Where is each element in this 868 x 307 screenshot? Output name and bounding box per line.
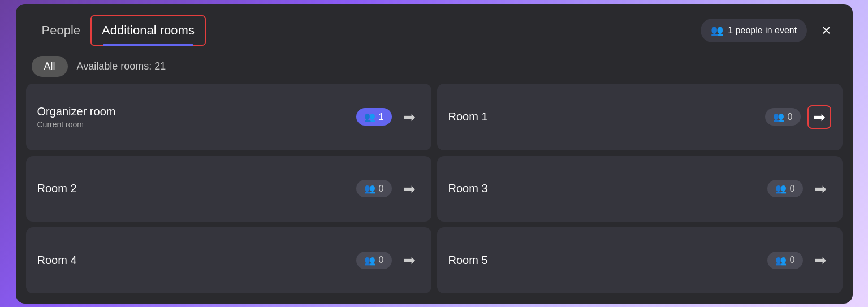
people-badge-room4: 👥0 xyxy=(356,252,392,269)
room-info-organizer: Organizer roomCurrent room xyxy=(37,105,349,129)
tab-additional-rooms[interactable]: Additional rooms xyxy=(90,15,206,46)
people-badge-icon-room4: 👥 xyxy=(364,255,375,266)
people-badge-icon-organizer: 👥 xyxy=(364,111,375,122)
room-card-room3: Room 3👥0➡ xyxy=(437,156,843,222)
people-count-icon: 👥 xyxy=(711,24,723,37)
people-count-button[interactable]: 👥 1 people in event xyxy=(701,19,807,42)
people-badge-room1: 👥0 xyxy=(765,108,801,126)
people-badge-count-organizer: 1 xyxy=(379,112,384,122)
room-card-room4: Room 4👥0➡ xyxy=(26,227,431,293)
room-name-room1: Room 1 xyxy=(448,110,758,123)
join-button-room1[interactable]: ➡ xyxy=(807,105,831,129)
filter-all-button[interactable]: All xyxy=(32,56,68,77)
close-button[interactable]: × xyxy=(816,19,836,42)
people-badge-room2: 👥0 xyxy=(356,180,392,197)
people-badge-organizer: 👥1 xyxy=(356,108,392,126)
people-badge-icon-room5: 👥 xyxy=(775,255,787,266)
people-badge-count-room3: 0 xyxy=(790,184,795,194)
room-card-room5: Room 5👥0➡ xyxy=(437,227,843,293)
join-button-organizer[interactable]: ➡ xyxy=(399,106,420,128)
people-badge-count-room5: 0 xyxy=(790,255,795,265)
room-info-room3: Room 3 xyxy=(448,182,761,195)
room-info-room2: Room 2 xyxy=(37,182,349,195)
room-name-room2: Room 2 xyxy=(37,182,349,195)
rooms-grid: Organizer roomCurrent room👥1➡Room 1👥0➡Ro… xyxy=(16,84,853,304)
people-badge-count-room4: 0 xyxy=(379,255,384,265)
room-name-room3: Room 3 xyxy=(448,182,761,195)
people-count-label: 1 people in event xyxy=(728,25,797,36)
modal: People Additional rooms 👥 1 people in ev… xyxy=(16,4,853,304)
join-button-room5[interactable]: ➡ xyxy=(810,249,831,271)
people-badge-icon-room1: 👥 xyxy=(773,111,784,122)
join-button-room4[interactable]: ➡ xyxy=(399,249,420,271)
header-right: 👥 1 people in event × xyxy=(701,19,836,42)
room-card-room2: Room 2👥0➡ xyxy=(26,156,431,222)
room-name-organizer: Organizer room xyxy=(37,105,349,118)
people-badge-room3: 👥0 xyxy=(767,180,803,197)
people-badge-count-room2: 0 xyxy=(379,184,384,194)
filter-row: All Available rooms: 21 xyxy=(16,46,853,84)
room-info-room4: Room 4 xyxy=(37,254,349,267)
available-rooms-label: Available rooms: 21 xyxy=(77,60,166,72)
people-badge-icon-room2: 👥 xyxy=(364,183,375,194)
people-badge-icon-room3: 👥 xyxy=(775,183,787,194)
tab-people[interactable]: People xyxy=(32,16,91,45)
room-subtitle-organizer: Current room xyxy=(37,120,349,129)
room-name-room5: Room 5 xyxy=(448,254,761,267)
people-badge-room5: 👥0 xyxy=(767,252,803,269)
modal-header: People Additional rooms 👥 1 people in ev… xyxy=(16,4,853,46)
join-button-room2[interactable]: ➡ xyxy=(399,178,420,200)
room-name-room4: Room 4 xyxy=(37,254,349,267)
room-info-room5: Room 5 xyxy=(448,254,761,267)
room-info-room1: Room 1 xyxy=(448,110,758,123)
room-card-room1: Room 1👥0➡ xyxy=(437,84,843,150)
join-button-room3[interactable]: ➡ xyxy=(810,178,831,200)
room-card-organizer: Organizer roomCurrent room👥1➡ xyxy=(26,84,431,150)
people-badge-count-room1: 0 xyxy=(788,112,793,122)
